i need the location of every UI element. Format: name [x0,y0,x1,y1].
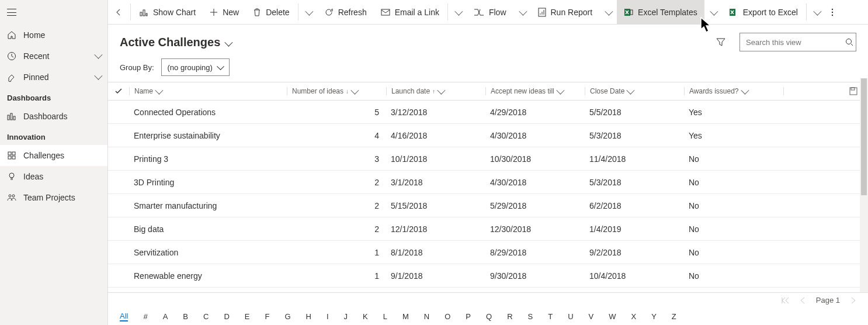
alpha-filter-g[interactable]: G [284,312,290,321]
alpha-filter-x[interactable]: X [631,312,637,321]
alpha-filter-u[interactable]: U [568,312,573,321]
chevron-down-icon [95,52,100,60]
alpha-filter-d[interactable]: D [224,312,229,321]
search-box[interactable] [739,33,856,51]
table-row[interactable]: Smarter manufacturing25/15/20185/29/2018… [108,194,868,217]
excel-templates-dropdown[interactable] [704,0,722,24]
nav-label: Challenges [23,151,64,160]
next-page-button[interactable] [850,297,856,304]
column-header-ideas[interactable]: Number of ideas ↓ [287,87,386,95]
nav-home[interactable]: Home [0,25,107,46]
view-selector[interactable]: Active Challenges [120,36,231,49]
scrollbar-thumb[interactable] [861,78,867,195]
alpha-filter-f[interactable]: F [265,312,269,321]
cell-accept-until: 10/30/2018 [485,154,585,164]
cell-name: Big data [129,224,287,234]
alpha-filter-b[interactable]: B [183,312,188,321]
cell-close-date: 5/5/2018 [585,108,684,117]
email-icon [381,8,390,16]
cell-ideas: 4 [287,131,386,140]
scrollbar[interactable] [860,78,868,292]
column-header-name[interactable]: Name [129,87,287,95]
clock-icon [7,51,16,61]
nav-dashboards[interactable]: Dashboards [0,106,107,127]
cell-launch-date: 5/15/2018 [386,201,485,210]
column-header-launch[interactable]: Launch date ↑ [386,87,485,95]
nav-recent[interactable]: Recent [0,46,107,67]
save-view-icon[interactable] [849,87,857,95]
run-report-button[interactable]: Run Report [531,0,600,24]
column-header-awards[interactable]: Awards issued? [684,87,783,95]
prev-page-button[interactable] [800,297,805,304]
alpha-filter-l[interactable]: L [383,312,387,321]
alpha-filter-n[interactable]: N [424,312,429,321]
alpha-filter-i[interactable]: I [327,312,329,321]
alpha-filter-h[interactable]: H [306,312,311,321]
new-button[interactable]: New [203,0,246,24]
email-link-button[interactable]: Email a Link [374,0,446,24]
column-header-close[interactable]: Close Date [585,87,684,95]
alpha-filter-all[interactable]: All [120,312,128,321]
select-all-checkbox[interactable] [108,87,129,95]
table-row[interactable]: 3D Printing23/1/20184/30/20185/3/2018No [108,171,868,194]
alpha-filter-z[interactable]: Z [672,312,676,321]
svg-rect-7 [12,156,15,159]
alpha-filter-#[interactable]: # [143,312,147,321]
svg-point-10 [12,195,15,197]
alpha-filter-o[interactable]: O [445,312,450,321]
alpha-filter-r[interactable]: R [507,312,512,321]
run-report-dropdown[interactable] [599,0,617,24]
excel-templates-icon [624,8,633,17]
delete-button[interactable]: Delete [246,0,296,24]
alpha-filter-c[interactable]: C [203,312,209,321]
report-icon [538,8,546,17]
filter-button[interactable] [713,34,729,50]
alpha-filter-e[interactable]: E [245,312,250,321]
alpha-filter-j[interactable]: J [344,312,348,321]
alpha-filter-q[interactable]: Q [486,312,492,321]
show-chart-button[interactable]: Show Chart [132,0,203,24]
email-dropdown[interactable] [449,0,467,24]
more-commands-button[interactable] [825,0,839,24]
nav-pinned[interactable]: Pinned [0,67,107,88]
nav-ideas[interactable]: Ideas [0,166,107,187]
export-excel-button[interactable]: Export to Excel [722,0,805,24]
svg-rect-5 [12,152,15,155]
back-button[interactable] [108,0,129,24]
group-by-select[interactable]: (no grouping) [161,58,230,76]
cell-awards: No [684,248,783,257]
alpha-filter-t[interactable]: T [548,312,553,321]
flow-dropdown[interactable] [513,0,531,24]
table-row[interactable]: Printing 3310/1/201810/30/201811/4/2018N… [108,147,868,171]
cell-name: Enterprise sustainability [129,131,287,140]
column-header-accept[interactable]: Accept new ideas till [485,87,585,95]
hamburger-button[interactable] [0,0,107,25]
alpha-filter-k[interactable]: K [363,312,368,321]
table-row[interactable]: Big data212/1/201812/30/20181/4/2019No [108,217,868,241]
alpha-filter-s[interactable]: S [528,312,533,321]
export-excel-dropdown[interactable] [808,0,825,24]
flow-button[interactable]: Flow [467,0,513,24]
alpha-filter-w[interactable]: W [609,312,616,321]
alpha-filter-v[interactable]: V [589,312,594,321]
table-row[interactable]: Enterprise sustainability44/16/20184/30/… [108,124,868,147]
table-row[interactable]: Servitization18/1/20188/29/20189/2/2018N… [108,241,868,264]
pin-icon [7,72,16,82]
nav-challenges[interactable]: Challenges [0,145,107,166]
alpha-filter-a[interactable]: A [163,312,168,321]
excel-templates-button[interactable]: Excel Templates [617,0,704,24]
svg-rect-12 [143,10,145,16]
alpha-filter-p[interactable]: P [466,312,471,321]
refresh-button[interactable]: Refresh [317,0,374,24]
cell-ideas: 2 [287,178,386,187]
table-row[interactable]: Renewable energy19/1/20189/30/201810/4/2… [108,264,868,288]
cell-accept-until: 8/29/2018 [485,248,585,257]
table-row[interactable]: Connected Operations53/12/20184/29/20185… [108,101,868,124]
alpha-filter-y[interactable]: Y [651,312,657,321]
page-label: Page 1 [816,296,840,305]
search-input[interactable] [745,37,845,47]
delete-dropdown[interactable] [300,0,317,24]
nav-team-projects[interactable]: Team Projects [0,187,107,208]
first-page-button[interactable] [781,297,789,304]
alpha-filter-m[interactable]: M [402,312,409,321]
